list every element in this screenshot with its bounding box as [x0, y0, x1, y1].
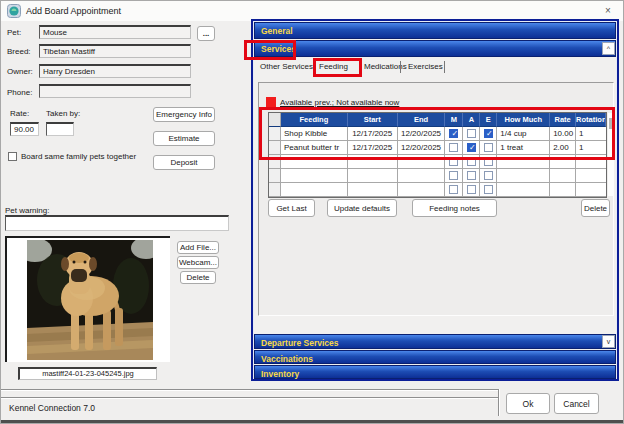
row-selector[interactable]: [269, 169, 281, 183]
table-row[interactable]: Shop Kibble 12/17/2025 12/20/2025 1/4 cu…: [269, 127, 606, 141]
cell-end[interactable]: 12/20/2025: [398, 141, 446, 155]
checkbox-evening[interactable]: [484, 157, 493, 166]
cell-start[interactable]: 12/17/2025: [348, 141, 398, 155]
checkbox-morning[interactable]: [449, 157, 458, 166]
delete-photo-button[interactable]: Delete: [180, 271, 216, 284]
table-row[interactable]: [269, 169, 606, 183]
checkbox-evening[interactable]: [484, 185, 493, 194]
cell-how-much[interactable]: [497, 155, 550, 169]
checkbox-afternoon[interactable]: [467, 129, 476, 138]
section-services[interactable]: Services: [254, 40, 616, 57]
tab-other-services[interactable]: Other Services: [260, 62, 313, 71]
checkbox-afternoon[interactable]: [467, 143, 476, 152]
checkbox-morning[interactable]: [449, 129, 458, 138]
cell-rotation[interactable]: 1: [576, 141, 606, 155]
board-same-family-checkbox[interactable]: [8, 152, 17, 161]
checkbox-afternoon[interactable]: [467, 185, 476, 194]
cell-end[interactable]: [398, 183, 446, 197]
add-board-appointment-window: Add Board Appointment × Pet: Breed: Owne…: [0, 0, 624, 424]
breed-label: Breed:: [7, 47, 31, 56]
cell-rotation[interactable]: [576, 155, 606, 169]
delete-row-button[interactable]: Delete: [581, 199, 610, 217]
cell-rate[interactable]: 2.00: [550, 141, 576, 155]
table-row[interactable]: Peanut butter tr 12/17/2025 12/20/2025 1…: [269, 141, 606, 155]
checkbox-morning[interactable]: [449, 185, 458, 194]
phone-field[interactable]: [39, 84, 191, 98]
update-defaults-button[interactable]: Update defaults: [327, 199, 397, 217]
availability-legend-text: Available prev.; Not available now: [280, 98, 399, 107]
cell-rotation[interactable]: 1: [576, 127, 606, 141]
cell-rate[interactable]: [550, 155, 576, 169]
phone-label: Phone:: [7, 88, 32, 97]
owner-label: Owner:: [7, 67, 33, 76]
tab-exercises[interactable]: Exercises: [408, 62, 443, 71]
cell-rotation[interactable]: [576, 183, 606, 197]
checkbox-afternoon[interactable]: [467, 171, 476, 180]
cell-rotation[interactable]: [576, 169, 606, 183]
checkbox-evening[interactable]: [484, 143, 493, 152]
section-inventory[interactable]: Inventory: [254, 365, 616, 379]
browse-pet-button[interactable]: ...: [197, 26, 215, 41]
cell-rate[interactable]: 10.00: [550, 127, 576, 141]
taken-by-label: Taken by:: [46, 109, 80, 118]
cell-feeding[interactable]: Peanut butter tr: [281, 141, 348, 155]
webcam-button[interactable]: Webcam...: [177, 256, 219, 269]
breed-field[interactable]: Tibetan Mastiff: [39, 44, 191, 58]
table-row[interactable]: [269, 155, 606, 169]
app-icon: [7, 4, 21, 18]
window-title: Add Board Appointment: [26, 6, 121, 16]
pet-warning-field[interactable]: [5, 215, 229, 231]
cell-start[interactable]: [348, 155, 398, 169]
cell-start[interactable]: [348, 169, 398, 183]
cell-how-much[interactable]: [497, 169, 550, 183]
pet-warning-label: Pet warning:: [5, 206, 49, 215]
row-selector[interactable]: [269, 141, 281, 155]
owner-field[interactable]: Harry Dresden: [39, 64, 191, 78]
checkbox-morning[interactable]: [449, 171, 458, 180]
feeding-notes-button[interactable]: Feeding notes: [412, 199, 497, 217]
cell-rate[interactable]: [550, 169, 576, 183]
section-general[interactable]: General: [254, 22, 616, 39]
checkbox-afternoon[interactable]: [467, 157, 476, 166]
taken-by-field[interactable]: [46, 122, 74, 136]
emergency-info-button[interactable]: Emergency Info: [153, 107, 215, 122]
cell-start[interactable]: [348, 183, 398, 197]
row-selector[interactable]: [269, 183, 281, 197]
scroll-down-icon[interactable]: v: [602, 335, 615, 348]
scroll-up-icon[interactable]: ^: [602, 42, 615, 55]
cell-end[interactable]: [398, 155, 446, 169]
ok-button[interactable]: Ok: [506, 393, 550, 414]
rate-field[interactable]: 90.00: [10, 122, 39, 136]
cell-start[interactable]: 12/17/2025: [348, 127, 398, 141]
grid-scrollbar-thumb[interactable]: [609, 118, 612, 129]
header-how-much: How Much: [497, 113, 550, 127]
cell-feeding[interactable]: Shop Kibble: [281, 127, 348, 141]
pet-field[interactable]: Mouse: [39, 25, 191, 39]
cancel-button[interactable]: Cancel: [554, 393, 599, 414]
deposit-button[interactable]: Deposit: [153, 155, 215, 170]
cell-how-much[interactable]: [497, 183, 550, 197]
section-departure-services[interactable]: Departure Services: [254, 334, 616, 349]
cell-rate[interactable]: [550, 183, 576, 197]
table-row[interactable]: [269, 183, 606, 197]
add-file-button[interactable]: Add File...: [177, 241, 219, 254]
checkbox-evening[interactable]: [484, 171, 493, 180]
section-vaccinations[interactable]: Vaccinations: [254, 350, 616, 364]
header-rate: Rate: [550, 113, 576, 127]
tab-feeding[interactable]: Feeding: [319, 62, 348, 71]
get-last-button[interactable]: Get Last: [268, 199, 315, 217]
row-selector[interactable]: [269, 127, 281, 141]
checkbox-evening[interactable]: [484, 129, 493, 138]
cell-feeding[interactable]: [281, 169, 348, 183]
cell-how-much[interactable]: 1/4 cup: [497, 127, 550, 141]
close-icon[interactable]: ×: [598, 3, 618, 19]
cell-feeding[interactable]: [281, 155, 348, 169]
cell-end[interactable]: [398, 169, 446, 183]
cell-how-much[interactable]: 1 treat: [497, 141, 550, 155]
cell-end[interactable]: 12/20/2025: [398, 127, 446, 141]
pet-photo-frame: [5, 236, 170, 362]
row-selector[interactable]: [269, 155, 281, 169]
estimate-button[interactable]: Estimate: [153, 131, 215, 146]
checkbox-morning[interactable]: [449, 143, 458, 152]
cell-feeding[interactable]: [281, 183, 348, 197]
